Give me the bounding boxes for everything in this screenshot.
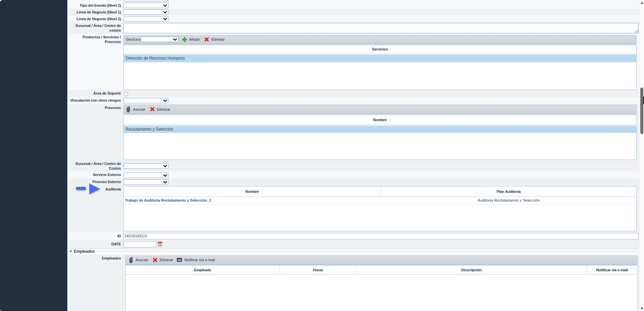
- svg-text:15: 15: [158, 243, 162, 247]
